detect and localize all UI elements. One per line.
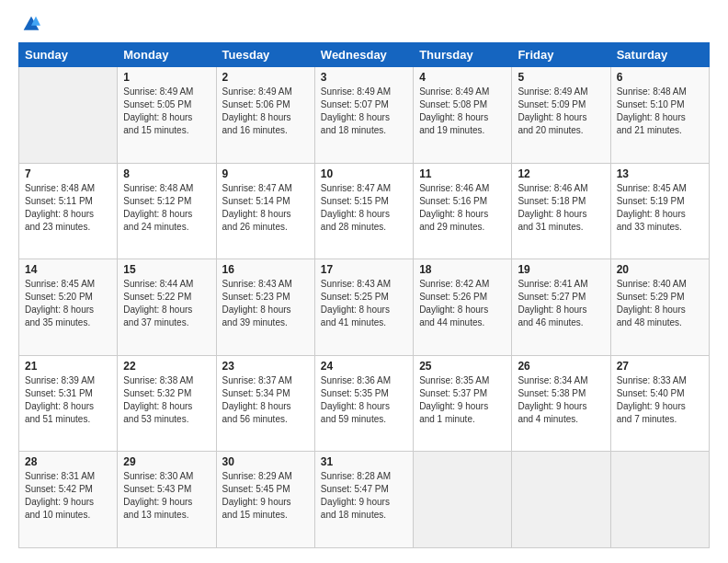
day-cell: 8Sunrise: 8:48 AMSunset: 5:12 PMDaylight… [118,163,216,259]
day-detail: Sunrise: 8:48 AMSunset: 5:11 PMDaylight:… [25,182,111,234]
header [18,15,710,33]
day-detail: Sunrise: 8:47 AMSunset: 5:15 PMDaylight:… [321,182,407,234]
day-number: 6 [617,71,703,84]
day-number: 1 [123,71,210,84]
day-number: 31 [321,455,407,468]
calendar-table: SundayMondayTuesdayWednesdayThursdayFrid… [18,42,710,548]
day-number: 2 [222,71,309,84]
day-number: 14 [25,263,111,276]
day-number: 21 [25,360,111,373]
day-detail: Sunrise: 8:49 AMSunset: 5:05 PMDaylight:… [123,86,210,137]
day-cell: 3Sunrise: 8:49 AMSunset: 5:07 PMDaylight… [314,67,413,164]
day-detail: Sunrise: 8:36 AMSunset: 5:35 PMDaylight:… [321,374,407,426]
day-detail: Sunrise: 8:37 AMSunset: 5:34 PMDaylight:… [222,374,309,426]
day-cell: 9Sunrise: 8:47 AMSunset: 5:14 PMDaylight… [216,163,314,259]
week-row-5: 28Sunrise: 8:31 AMSunset: 5:42 PMDayligh… [19,452,710,548]
day-number: 22 [123,360,210,373]
day-cell: 12Sunrise: 8:46 AMSunset: 5:18 PMDayligh… [512,163,610,259]
day-cell [610,452,709,548]
day-number: 7 [25,167,111,180]
day-detail: Sunrise: 8:49 AMSunset: 5:09 PMDaylight:… [518,86,604,137]
logo-icon [22,15,40,33]
day-cell: 19Sunrise: 8:41 AMSunset: 5:27 PMDayligh… [512,259,610,356]
day-number: 17 [321,263,407,276]
week-row-1: 1Sunrise: 8:49 AMSunset: 5:05 PMDaylight… [19,67,710,164]
day-detail: Sunrise: 8:29 AMSunset: 5:45 PMDaylight:… [222,470,309,522]
day-detail: Sunrise: 8:46 AMSunset: 5:18 PMDaylight:… [518,182,604,234]
day-detail: Sunrise: 8:39 AMSunset: 5:31 PMDaylight:… [25,374,111,426]
day-detail: Sunrise: 8:46 AMSunset: 5:16 PMDaylight:… [419,182,506,234]
day-detail: Sunrise: 8:42 AMSunset: 5:26 PMDaylight:… [419,278,506,329]
day-detail: Sunrise: 8:45 AMSunset: 5:19 PMDaylight:… [617,182,703,234]
day-detail: Sunrise: 8:48 AMSunset: 5:10 PMDaylight:… [617,86,703,137]
day-number: 5 [518,71,604,84]
day-number: 9 [222,167,309,180]
logo [18,15,40,33]
day-number: 23 [222,360,309,373]
day-cell: 26Sunrise: 8:34 AMSunset: 5:38 PMDayligh… [512,355,610,452]
day-detail: Sunrise: 8:35 AMSunset: 5:37 PMDaylight:… [419,374,506,426]
header-day-saturday: Saturday [610,43,709,67]
day-cell: 25Sunrise: 8:35 AMSunset: 5:37 PMDayligh… [414,355,512,452]
day-number: 27 [617,360,703,373]
day-number: 11 [419,167,506,180]
day-cell: 24Sunrise: 8:36 AMSunset: 5:35 PMDayligh… [314,355,413,452]
day-detail: Sunrise: 8:41 AMSunset: 5:27 PMDaylight:… [518,278,604,329]
day-number: 16 [222,263,309,276]
day-number: 26 [518,360,604,373]
week-row-3: 14Sunrise: 8:45 AMSunset: 5:20 PMDayligh… [19,259,710,356]
day-cell: 16Sunrise: 8:43 AMSunset: 5:23 PMDayligh… [216,259,314,356]
page: SundayMondayTuesdayWednesdayThursdayFrid… [0,0,728,563]
day-cell: 18Sunrise: 8:42 AMSunset: 5:26 PMDayligh… [414,259,512,356]
day-cell: 21Sunrise: 8:39 AMSunset: 5:31 PMDayligh… [19,355,118,452]
day-detail: Sunrise: 8:45 AMSunset: 5:20 PMDaylight:… [25,278,111,329]
day-cell: 29Sunrise: 8:30 AMSunset: 5:43 PMDayligh… [118,452,216,548]
header-day-thursday: Thursday [414,43,512,67]
day-number: 30 [222,455,309,468]
day-number: 3 [321,71,407,84]
day-number: 12 [518,167,604,180]
day-number: 13 [617,167,703,180]
day-cell: 22Sunrise: 8:38 AMSunset: 5:32 PMDayligh… [118,355,216,452]
day-detail: Sunrise: 8:49 AMSunset: 5:08 PMDaylight:… [419,86,506,137]
day-detail: Sunrise: 8:43 AMSunset: 5:23 PMDaylight:… [222,278,309,329]
header-day-tuesday: Tuesday [216,43,314,67]
day-detail: Sunrise: 8:48 AMSunset: 5:12 PMDaylight:… [123,182,210,234]
header-day-monday: Monday [118,43,216,67]
header-day-friday: Friday [512,43,610,67]
day-cell: 28Sunrise: 8:31 AMSunset: 5:42 PMDayligh… [19,452,118,548]
day-cell: 15Sunrise: 8:44 AMSunset: 5:22 PMDayligh… [118,259,216,356]
day-detail: Sunrise: 8:34 AMSunset: 5:38 PMDaylight:… [518,374,604,426]
day-number: 19 [518,263,604,276]
day-detail: Sunrise: 8:28 AMSunset: 5:47 PMDaylight:… [321,470,407,522]
day-detail: Sunrise: 8:31 AMSunset: 5:42 PMDaylight:… [25,470,111,522]
day-cell: 17Sunrise: 8:43 AMSunset: 5:25 PMDayligh… [314,259,413,356]
day-cell [512,452,610,548]
day-cell: 1Sunrise: 8:49 AMSunset: 5:05 PMDaylight… [118,67,216,164]
day-number: 18 [419,263,506,276]
day-detail: Sunrise: 8:44 AMSunset: 5:22 PMDaylight:… [123,278,210,329]
day-cell: 13Sunrise: 8:45 AMSunset: 5:19 PMDayligh… [610,163,709,259]
day-detail: Sunrise: 8:33 AMSunset: 5:40 PMDaylight:… [617,374,703,426]
day-detail: Sunrise: 8:49 AMSunset: 5:07 PMDaylight:… [321,86,407,137]
header-day-sunday: Sunday [19,43,118,67]
day-cell: 4Sunrise: 8:49 AMSunset: 5:08 PMDaylight… [414,67,512,164]
day-detail: Sunrise: 8:49 AMSunset: 5:06 PMDaylight:… [222,86,309,137]
day-detail: Sunrise: 8:47 AMSunset: 5:14 PMDaylight:… [222,182,309,234]
day-cell: 7Sunrise: 8:48 AMSunset: 5:11 PMDaylight… [19,163,118,259]
day-cell: 6Sunrise: 8:48 AMSunset: 5:10 PMDaylight… [610,67,709,164]
header-day-wednesday: Wednesday [314,43,413,67]
day-number: 8 [123,167,210,180]
day-cell: 27Sunrise: 8:33 AMSunset: 5:40 PMDayligh… [610,355,709,452]
header-row: SundayMondayTuesdayWednesdayThursdayFrid… [19,43,710,67]
day-cell: 5Sunrise: 8:49 AMSunset: 5:09 PMDaylight… [512,67,610,164]
day-cell [414,452,512,548]
day-number: 24 [321,360,407,373]
day-cell: 10Sunrise: 8:47 AMSunset: 5:15 PMDayligh… [314,163,413,259]
day-cell: 11Sunrise: 8:46 AMSunset: 5:16 PMDayligh… [414,163,512,259]
day-cell: 14Sunrise: 8:45 AMSunset: 5:20 PMDayligh… [19,259,118,356]
day-cell: 20Sunrise: 8:40 AMSunset: 5:29 PMDayligh… [610,259,709,356]
day-detail: Sunrise: 8:43 AMSunset: 5:25 PMDaylight:… [321,278,407,329]
day-cell: 30Sunrise: 8:29 AMSunset: 5:45 PMDayligh… [216,452,314,548]
day-cell: 2Sunrise: 8:49 AMSunset: 5:06 PMDaylight… [216,67,314,164]
